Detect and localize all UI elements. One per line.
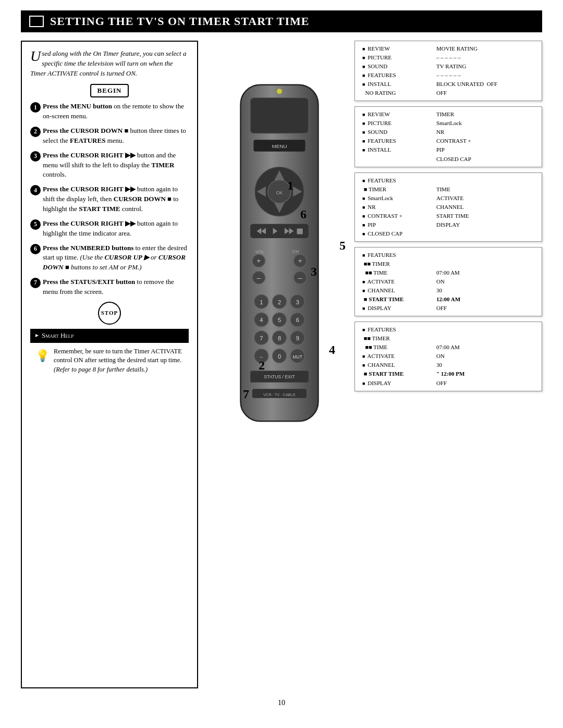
step-2: 2 Press the CURSOR DOWN ■ button three t… [30, 126, 189, 146]
svg-text:STATUS / EXIT: STATUS / EXIT [264, 374, 295, 379]
table-row: ■ DISPLAY OFF [360, 379, 536, 388]
smart-help-title: Smart Help [30, 329, 189, 343]
smart-help-body: 💡 Remember, be sure to turn the Timer AC… [30, 343, 189, 380]
step-callout-5: 5 [339, 239, 346, 253]
svg-text:2: 2 [278, 299, 281, 305]
step-2-text: Press the CURSOR DOWN ■ button three tim… [43, 126, 189, 146]
table-row: ■ CONTRAST + START TIME [360, 212, 536, 220]
table-row: ■ FEATURES – – – – – – [360, 71, 536, 80]
menu-screen-4: ■ FEATURES ■■ TIMER ■■ TIME 07:00 AM ■ A… [354, 247, 542, 316]
table-row: NO RATING OFF [360, 89, 536, 97]
svg-text:9: 9 [296, 335, 299, 341]
stop-badge: STOP [98, 302, 121, 325]
step-1-number: 1 [30, 102, 41, 113]
screen5-table: ■ FEATURES ■■ TIMER ■■ TIME 07:00 AM ■ A… [360, 325, 536, 387]
table-row: ■ START TIME " 12:00 PM [360, 369, 536, 378]
step-3-text: Press the CURSOR RIGHT ▶▶ button and the… [43, 151, 189, 180]
main-content: U sed along with the On Timer feature, y… [21, 41, 542, 688]
intro-text: U sed along with the On Timer feature, y… [30, 49, 189, 79]
step-4-text: Press the CURSOR RIGHT ▶▶ button again t… [43, 184, 189, 214]
step-3-number: 3 [30, 151, 41, 162]
table-row: ■ TIMER TIME [360, 185, 536, 194]
begin-badge: BEGIN [90, 84, 129, 98]
step-callout-1: 1 [287, 179, 293, 193]
table-row: ■ NR CHANNEL [360, 203, 536, 212]
step-6-text: Press the NUMBERED buttons to enter the … [43, 243, 189, 273]
page-title: Setting the TV's On Timer Start Time [50, 15, 309, 28]
step-5-text: Press the CURSOR RIGHT ▶▶ button again t… [43, 219, 189, 239]
table-row: ■ DISPLAY OFF [360, 304, 536, 313]
table-row: ■ PIP DISPLAY [360, 220, 536, 229]
table-row: CLOSED CAP [360, 155, 536, 164]
step-callout-4: 4 [329, 343, 335, 357]
svg-text:8: 8 [278, 335, 281, 341]
svg-text:6: 6 [296, 317, 299, 323]
table-row: ■■ TIME 07:00 AM [360, 343, 536, 352]
table-row: ■ REVIEW TIMER [360, 110, 536, 119]
svg-rect-18 [297, 228, 303, 234]
table-row: ■ CLOSED CAP [360, 229, 536, 238]
intro-paragraph: U sed along with the On Timer feature, y… [30, 49, 189, 79]
table-row: ■ FEATURES [360, 325, 536, 334]
svg-text:+: + [256, 257, 261, 265]
smart-help-box: Smart Help 💡 Remember, be sure to turn t… [30, 329, 189, 379]
table-row: ■ CHANNEL 30 [360, 361, 536, 369]
svg-text:0: 0 [278, 353, 281, 360]
svg-text:1: 1 [260, 299, 263, 305]
svg-text:MUT: MUT [292, 354, 302, 360]
screen3-table: ■ FEATURES ■ TIMER TIME ■ SmartLock ACTI… [360, 176, 536, 238]
table-row: ■ PICTURE – – – – – – [360, 53, 536, 62]
drop-cap: U [30, 49, 41, 64]
svg-text:–: – [298, 274, 302, 282]
svg-text:–: – [256, 274, 261, 282]
title-bar: Setting the TV's On Timer Start Time [21, 10, 542, 32]
svg-text:VCR · TV · CABLE: VCR · TV · CABLE [263, 392, 296, 397]
step-5: 5 Press the CURSOR RIGHT ▶▶ button again… [30, 219, 189, 239]
table-row: ■ FEATURES [360, 176, 536, 185]
table-row: ■ SOUND NR [360, 128, 536, 137]
table-row: ■■ TIMER [360, 334, 536, 343]
remote-svg: MENU OK [212, 72, 347, 447]
stop-box: STOP [30, 302, 189, 325]
menu-screen-1: ■ REVIEW MOVIE RATING ■ PICTURE – – – – … [354, 41, 542, 101]
table-row: ■ SOUND TV RATING [360, 62, 536, 71]
table-row: ■■ TIMER [360, 260, 536, 268]
step-7-number: 7 [30, 278, 41, 288]
step-5-number: 5 [30, 219, 41, 230]
left-panel: U sed along with the On Timer feature, y… [21, 41, 198, 688]
svg-text:7: 7 [260, 335, 263, 341]
step-1: 1 Press the MENU button on the remote to… [30, 102, 189, 121]
table-row: ■■ TIME 07:00 AM [360, 268, 536, 277]
svg-text:MENU: MENU [272, 143, 287, 149]
right-panel: ■ REVIEW MOVIE RATING ■ PICTURE – – – – … [206, 41, 542, 688]
table-row: ■ START TIME 12:00 AM [360, 295, 536, 304]
table-row: ■ INSTALL PIP [360, 145, 536, 154]
step-1-text: Press the MENU button on the remote to s… [43, 102, 189, 121]
smart-help-text: Remember, be sure to turn the Timer ACTI… [54, 347, 183, 375]
svg-point-2 [277, 89, 282, 94]
step-callout-2: 2 [259, 359, 265, 373]
screen4-table: ■ FEATURES ■■ TIMER ■■ TIME 07:00 AM ■ A… [360, 251, 536, 313]
svg-text:VOL: VOL [255, 249, 265, 254]
screen1-table: ■ REVIEW MOVIE RATING ■ PICTURE – – – – … [360, 44, 536, 97]
svg-text:4: 4 [260, 317, 263, 323]
svg-text:OK: OK [276, 190, 283, 195]
table-row: ■ REVIEW MOVIE RATING [360, 44, 536, 53]
step-6-number: 6 [30, 244, 41, 254]
screen-panels: ■ REVIEW MOVIE RATING ■ PICTURE – – – – … [354, 41, 542, 396]
page-number: 10 [278, 699, 285, 707]
step-callout-6: 6 [300, 207, 307, 221]
table-row: ■ FEATURES [360, 251, 536, 260]
begin-box: BEGIN [30, 84, 189, 98]
svg-text:CH: CH [292, 249, 299, 254]
table-row: ■ INSTALL BLOCK UNRATED OFF [360, 80, 536, 89]
menu-screen-3: ■ FEATURES ■ TIMER TIME ■ SmartLock ACTI… [354, 172, 542, 242]
table-row: ■ ACTIVATE ON [360, 352, 536, 361]
menu-screen-2: ■ REVIEW TIMER ■ PICTURE SmartLock ■ SOU… [354, 106, 542, 167]
step-4: 4 Press the CURSOR RIGHT ▶▶ button again… [30, 184, 189, 214]
step-4-number: 4 [30, 185, 41, 195]
svg-text:3: 3 [296, 299, 299, 305]
screen2-table: ■ REVIEW TIMER ■ PICTURE SmartLock ■ SOU… [360, 110, 536, 163]
step-6: 6 Press the NUMBERED buttons to enter th… [30, 243, 189, 273]
tv-icon [29, 16, 44, 27]
